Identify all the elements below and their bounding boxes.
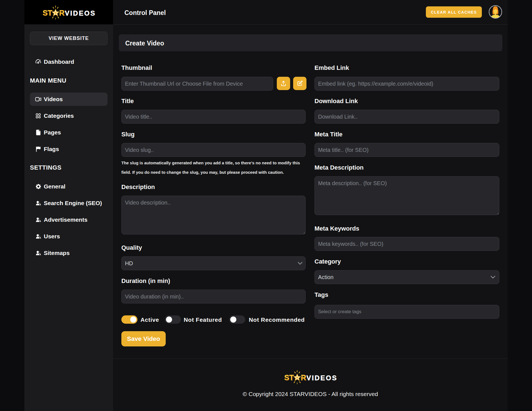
svg-text:R: R [301, 374, 306, 382]
svg-text:ST: ST [284, 374, 294, 382]
svg-text:ST: ST [43, 9, 52, 17]
svg-text:VIDEOS: VIDEOS [65, 9, 95, 17]
svg-text:R: R [59, 9, 65, 17]
svg-text:VIDEOS: VIDEOS [306, 374, 337, 382]
